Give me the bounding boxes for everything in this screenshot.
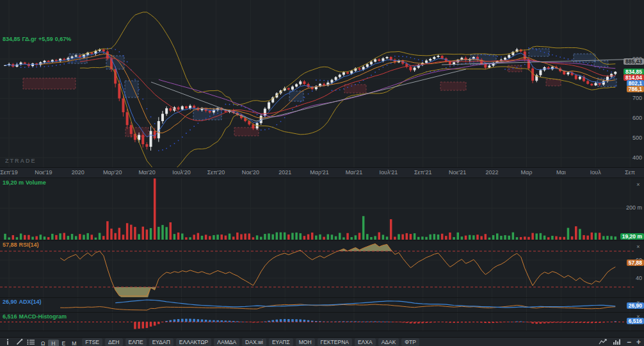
chart-canvas[interactable] bbox=[0, 0, 644, 337]
time-axis-label: Ιουλ bbox=[590, 169, 601, 176]
close-volume-panel-button[interactable]: × bbox=[635, 182, 641, 188]
bottom-toolbar: ΩΗΕΜ FTSEΔΕΗΕΛΠΕΕΥΔΑΠΕΛΛΑΚΤΩΡΛΑΜΔΑDAX.wi… bbox=[0, 337, 644, 346]
draw-pencil-icon[interactable] bbox=[15, 338, 24, 346]
indicators-list-icon[interactable] bbox=[26, 338, 35, 346]
symbol-tab-FTSE[interactable]: FTSE bbox=[82, 338, 102, 346]
symbol-tab-DAX.wi[interactable]: DAX.wi bbox=[242, 338, 266, 346]
symbol-tab-ΛΑΜΔΑ[interactable]: ΛΑΜΔΑ bbox=[214, 338, 239, 346]
info-icon[interactable] bbox=[3, 338, 12, 346]
symbol-tab-ΦΤΡ[interactable]: ΦΤΡ bbox=[401, 338, 419, 346]
time-axis-label: Νοε'19 bbox=[35, 169, 52, 176]
time-axis-label: 2020 bbox=[72, 169, 85, 176]
time-axis-label: Μαι bbox=[556, 169, 566, 176]
time-axis-label: 2021 bbox=[278, 169, 291, 176]
time-axis-label: Σεπ'20 bbox=[207, 169, 225, 176]
time-axis-label: Μαρ'21 bbox=[310, 169, 329, 176]
symbol-tab-ΜΟΗ[interactable]: ΜΟΗ bbox=[296, 338, 315, 346]
close-adx-panel-button[interactable]: × bbox=[635, 300, 641, 306]
time-axis-label: Σεπ'19 bbox=[0, 169, 18, 176]
time-axis-label: Νοε'20 bbox=[242, 169, 259, 176]
symbol-tab-ΔΕΗ[interactable]: ΔΕΗ bbox=[105, 338, 123, 346]
price-axis-tick: 600 bbox=[632, 115, 642, 121]
symbol-tab-ΑΔΑΚ[interactable]: ΑΔΑΚ bbox=[378, 338, 399, 346]
price-axis-tick: 400 bbox=[632, 154, 642, 161]
rsi-badge: 57,88 bbox=[627, 260, 644, 266]
volume-axis-tick: 200 m bbox=[626, 204, 642, 211]
close-rsi-panel-button[interactable]: × bbox=[635, 244, 641, 250]
rsi-axis-tick: 40 bbox=[636, 275, 642, 281]
time-axis-label: Σεπ bbox=[625, 169, 635, 176]
bar-chart-icon[interactable] bbox=[613, 338, 622, 346]
symbol-tab-ΕΛΠΕ[interactable]: ΕΛΠΕ bbox=[125, 338, 147, 346]
time-axis-label: Μαρ'20 bbox=[103, 169, 122, 176]
zoom-in-button[interactable]: + bbox=[636, 339, 641, 345]
symbol-tab-ΕΛΛΑΚΤΩΡ[interactable]: ΕΛΛΑΚΤΩΡ bbox=[176, 338, 211, 346]
interval-button-Ε[interactable]: Ε bbox=[59, 340, 69, 346]
time-axis-label: Νοε'21 bbox=[449, 169, 466, 176]
symbol-tab-ΕΥΑΠΣ[interactable]: ΕΥΑΠΣ bbox=[269, 338, 293, 346]
interval-button-Μ[interactable]: Μ bbox=[68, 340, 79, 346]
price-badge: 786,1 bbox=[627, 86, 644, 92]
interval-button-Ω[interactable]: Ω bbox=[38, 340, 48, 346]
volume-badge: 19,20 m bbox=[620, 233, 644, 240]
time-axis-label: Σεπ'21 bbox=[414, 169, 432, 176]
zoom-out-button[interactable]: − bbox=[627, 339, 631, 345]
price-badge: 885,43 bbox=[624, 58, 644, 65]
time-axis-label: Ιουλ'20 bbox=[172, 169, 191, 176]
close-macd-panel-button[interactable]: × bbox=[635, 314, 641, 320]
price-axis-tick: 500 bbox=[632, 135, 642, 141]
watermark: ZTRADE bbox=[5, 158, 36, 164]
time-axis-label: Ιουλ'21 bbox=[380, 169, 398, 176]
time-axis-label: Μαρ bbox=[521, 169, 533, 176]
symbol-tab-ΕΛΧΑ[interactable]: ΕΛΧΑ bbox=[355, 338, 376, 346]
line-chart-icon[interactable] bbox=[599, 338, 608, 346]
symbol-tab-ΓΕΚΤΕΡΝΑ[interactable]: ΓΕΚΤΕΡΝΑ bbox=[318, 338, 352, 346]
time-axis-label: 2022 bbox=[486, 169, 499, 176]
price-axis-tick: 700 bbox=[632, 95, 642, 101]
time-axis-label: Μαι'20 bbox=[138, 169, 155, 176]
symbol-tab-ΕΥΔΑΠ[interactable]: ΕΥΔΑΠ bbox=[149, 338, 173, 346]
time-axis-label: Μαι'21 bbox=[346, 169, 362, 176]
interval-button-Η[interactable]: Η bbox=[48, 340, 58, 346]
trading-app: 834,85ΓΔ.gr+5,590,67% ZTRADE 19,20 mVolu… bbox=[0, 0, 644, 346]
